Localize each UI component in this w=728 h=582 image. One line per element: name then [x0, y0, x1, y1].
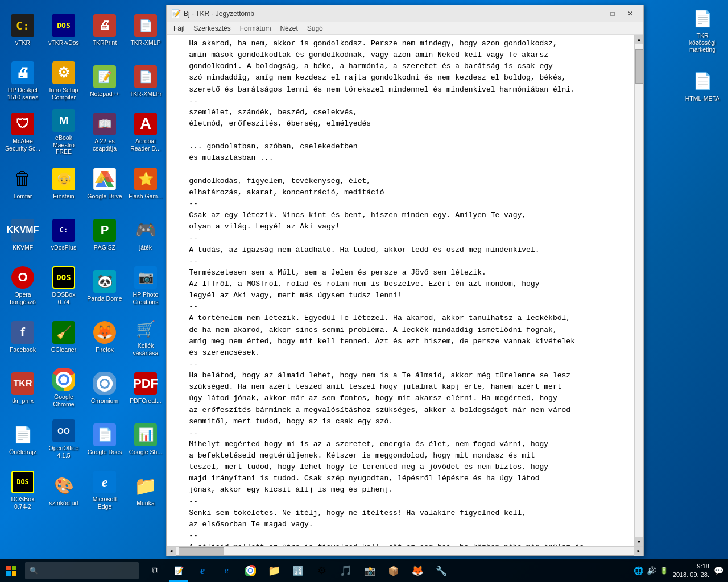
desktop-icon-tkrxmlp2[interactable]: 📄 TKR-XMLPr	[125, 56, 166, 107]
desktop-icon-inno-setup[interactable]: ⚙ Inno Setup Compiler	[43, 56, 84, 107]
taskbar-explorer[interactable]: 📁	[263, 559, 286, 582]
desktop-icon-chromium[interactable]: Chromium	[84, 363, 125, 414]
desktop-icon-facebook[interactable]: f Facebook	[2, 311, 43, 363]
menu-file[interactable]: Fájl	[169, 23, 189, 34]
taskbar-search[interactable]: 🔍	[25, 562, 139, 579]
svg-point-12	[101, 380, 108, 387]
desktop-icon-flash[interactable]: ⭐ Flash Gam...	[125, 158, 166, 209]
hscroll-thumb[interactable]	[179, 547, 224, 555]
menu-help[interactable]: Súgó	[303, 23, 328, 34]
taskbar-archive[interactable]: 📦	[382, 559, 405, 582]
scroll-up-button[interactable]: ▲	[635, 35, 644, 44]
svg-rect-14	[12, 566, 16, 570]
desktop-icon-szinkod[interactable]: 🎨 színkód url	[43, 465, 84, 516]
taskbar-settings[interactable]: ⚙	[311, 559, 333, 582]
window-title: Bj - TKR - Jegyzettömb	[184, 10, 586, 18]
minimize-button[interactable]: ─	[586, 6, 603, 22]
desktop-icon-einstein[interactable]: 👴 Einstein	[43, 158, 84, 209]
action-center-icon[interactable]: 💬	[714, 566, 723, 575]
window-titlebar: 📝 Bj - TKR - Jegyzettömb ─ □ ✕	[167, 5, 643, 22]
desktop-icon-tkrxmlp[interactable]: 📄 TKR-XMLP	[125, 5, 166, 56]
desktop-icon-ccleaner[interactable]: 🧹 CCleaner	[43, 311, 84, 363]
desktop-icon-vdosplus[interactable]: C: vDosPlus	[43, 209, 84, 260]
hscroll-left-button[interactable]: ◄	[167, 547, 176, 556]
taskbar-photos[interactable]: 📸	[358, 559, 381, 582]
desktop-icon-jatek[interactable]: 🎮 játék	[125, 209, 166, 260]
taskbar-calculator[interactable]: 🔢	[287, 559, 309, 582]
desktop-icon-msedge[interactable]: e Microsoft Edge	[84, 465, 125, 516]
desktop-icon-firefox[interactable]: 🦊 Firefox	[84, 311, 125, 363]
menu-view[interactable]: Nézet	[275, 23, 302, 34]
taskbar-notepad[interactable]: 📝	[167, 559, 190, 582]
desktop-icon-tkr-marketing[interactable]: 📄 TKR közösségi marketing	[680, 5, 725, 56]
desktop-icon-notepadpp[interactable]: 📝 Notepad++	[84, 56, 125, 107]
taskbar-taskview[interactable]: ⧉	[143, 559, 166, 582]
hscroll-track[interactable]	[176, 547, 634, 555]
notepad-text-area[interactable]: Ha akarod, ha nem, akkor is gondolkodsz.…	[167, 35, 634, 546]
desktop-icon-mcafee[interactable]: 🛡 McAfee Security Sc...	[2, 107, 43, 158]
svg-rect-15	[6, 571, 11, 576]
desktop-icon-pagisz[interactable]: P PÁGISZ	[84, 209, 125, 260]
taskbar-firefox[interactable]: 🦊	[406, 559, 429, 582]
desktop-icon-kellekek[interactable]: 🛒 Kellék vásárlása	[125, 311, 166, 363]
scrollbar-thumb[interactable]	[635, 49, 643, 84]
desktop-icon-a22[interactable]: 📖 A 22-es csapdája	[84, 107, 125, 158]
desktop-icon-dosbox2[interactable]: DOS DOSBox 0.74-2	[2, 465, 43, 516]
taskbar-app-icons: ⧉ 📝 e e	[143, 559, 453, 582]
scroll-down-button[interactable]: ▼	[635, 537, 644, 546]
clock-time: 9:18	[673, 562, 709, 571]
window-controls: ─ □ ✕	[586, 6, 639, 22]
scrollbar-track[interactable]	[635, 44, 643, 537]
desktop-icon-googledocs[interactable]: 📄 Google Docs	[84, 414, 125, 465]
svg-rect-13	[6, 566, 11, 570]
taskbar-right: 🌐 🔊 🔋 9:18 2018. 09. 28. 💬	[634, 562, 728, 580]
desktop-icon-kkvmf[interactable]: KKVMF KKVMF	[2, 209, 43, 260]
notepad-hscrollbar: ◄ ►	[167, 546, 643, 555]
clock-date: 2018. 09. 28.	[673, 571, 709, 579]
volume-icon[interactable]: 🔊	[647, 566, 656, 575]
notepad-window: 📝 Bj - TKR - Jegyzettömb ─ □ ✕ Fájl Szer…	[166, 5, 644, 556]
desktop-icon-openoffice[interactable]: OO OpenOffice 4.1.5	[43, 414, 84, 465]
desktop-icon-pdfcreate[interactable]: PDF PDFCreat...	[125, 363, 166, 414]
desktop-icon-hp-photo[interactable]: 📷 HP Photo Creations	[125, 260, 166, 311]
desktop-icon-google-drive[interactable]: Google Drive	[84, 158, 125, 209]
taskbar-app1[interactable]: 🔧	[430, 559, 453, 582]
svg-point-19	[249, 569, 252, 572]
desktop-icon-opera[interactable]: O Opera böngésző	[2, 260, 43, 311]
desktop-icon-vtk[interactable]: C: vTKR	[2, 5, 43, 56]
desktop-icon-munka[interactable]: 📁 Munka	[125, 465, 166, 516]
menu-format[interactable]: Formátum	[235, 23, 276, 34]
desktop-icon-vtkr-vdos[interactable]: DOS vTKR-vDos	[43, 5, 84, 56]
desktop-icon-html-meta[interactable]: 📄 HTML-META	[680, 60, 725, 111]
network-icon[interactable]: 🌐	[634, 566, 643, 575]
desktop: C: vTKR DOS vTKR-vDos 🖨 TKRPrint 📄 TKR-X…	[0, 0, 728, 582]
menu-edit[interactable]: Szerkesztés	[189, 23, 235, 34]
taskbar-ie[interactable]: e	[215, 559, 238, 582]
desktop-icon-acrobat[interactable]: A Acrobat Reader D...	[125, 107, 166, 158]
maximize-button[interactable]: □	[604, 6, 621, 22]
desktop-icon-hp-deskjet[interactable]: 🖨 HP Deskjet 1510 series	[2, 56, 43, 107]
close-button[interactable]: ✕	[622, 6, 639, 22]
taskbar-sys-icons: 🌐 🔊 🔋	[634, 566, 668, 575]
window-menubar: Fájl Szerkesztés Formátum Nézet Súgó	[167, 22, 643, 35]
taskbar-clock[interactable]: 9:18 2018. 09. 28.	[673, 562, 709, 580]
search-icon: 🔍	[30, 567, 38, 575]
desktop-icon-googlesh[interactable]: 📊 Google Sh...	[125, 414, 166, 465]
desktop-icon-tkrprnx[interactable]: TKR tkr_prnx	[2, 363, 43, 414]
desktop-icon-tkrprint[interactable]: 🖨 TKRPrint	[84, 5, 125, 56]
taskbar-edge[interactable]: e	[191, 559, 214, 582]
desktop-icon-ebook[interactable]: M eBook Maestro FREE	[43, 107, 84, 158]
notepad-content: Ha akarod, ha nem, akkor is gondolkodsz.…	[167, 35, 643, 546]
desktop-icon-lomtar[interactable]: 🗑 Lomtár	[2, 158, 43, 209]
start-button[interactable]	[0, 559, 23, 582]
desktop-icons-right: 📄 TKR közösségi marketing 📄 HTML-META	[677, 0, 728, 559]
notepad-icon: 📝	[171, 9, 180, 18]
taskbar-media[interactable]: 🎵	[334, 559, 357, 582]
hscroll-right-button[interactable]: ►	[634, 547, 643, 556]
desktop-icon-google-chrome[interactable]: Google Chrome	[43, 363, 84, 414]
desktop-icon-panda[interactable]: 🐼 Panda Dome	[84, 260, 125, 311]
desktop-icon-oneletrajz[interactable]: 📄 Önéletrajz	[2, 414, 43, 465]
desktop-icon-dosbox074[interactable]: DOS DOSBox 0.74	[43, 260, 84, 311]
taskbar-chrome[interactable]	[239, 559, 262, 582]
battery-icon[interactable]: 🔋	[660, 567, 668, 575]
